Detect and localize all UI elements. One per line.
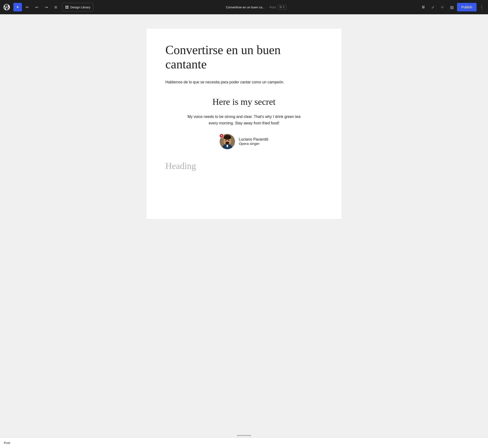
list-icon [54, 5, 57, 10]
scroll-indicator [0, 433, 488, 438]
svg-rect-3 [67, 7, 68, 8]
design-library-label: Design Library [70, 6, 90, 9]
monitor-icon: 🖥 [421, 5, 425, 9]
post-main-heading[interactable]: Convertirse en un buen cantante [165, 43, 323, 72]
pencil-icon [26, 5, 29, 10]
bottombar-post-label: Post [4, 441, 10, 445]
redo-button[interactable] [42, 3, 50, 11]
avatar-remove-button[interactable]: ✕ [219, 133, 224, 138]
secret-section: Here is my secret My voice needs to be s… [165, 96, 323, 149]
more-icon [480, 4, 484, 10]
svg-rect-0 [65, 6, 67, 7]
svg-point-7 [225, 140, 227, 141]
post-info: Convertirse en un buen ca... · Post ⌘ K [94, 5, 418, 9]
undo-button[interactable] [32, 3, 41, 11]
svg-point-6 [224, 135, 231, 140]
design-library-button[interactable]: Design Library [62, 3, 93, 11]
add-block-button[interactable]: + [13, 3, 22, 11]
author-role: Opera singer [239, 142, 268, 146]
post-intro-text[interactable]: Hablemos de lo que se necesita para pode… [165, 79, 323, 85]
expand-button[interactable] [428, 3, 437, 11]
svg-point-8 [228, 140, 230, 141]
post-title-preview: Convertirse en un buen ca... [226, 6, 265, 9]
cursor-tool-button[interactable]: ⊹ [438, 3, 447, 11]
keyboard-symbol: ⌘ [279, 6, 282, 9]
author-info: Luciano Pavarotti Opera singer [239, 137, 268, 146]
cursor-icon: ⊹ [441, 5, 444, 9]
author-avatar-wrap: ✕ [220, 134, 235, 149]
list-view-button[interactable] [51, 3, 60, 11]
secret-heading[interactable]: Here is my secret [165, 96, 323, 107]
redo-icon [45, 5, 48, 10]
editor-canvas: Convertirse en un buen cantante Hablemos… [146, 29, 342, 219]
more-options-button[interactable] [478, 3, 486, 11]
svg-rect-2 [65, 7, 67, 8]
keyboard-key: K [283, 6, 285, 9]
undo-icon [35, 5, 38, 10]
editor-wrapper: Convertirse en un buen cantante Hablemos… [0, 14, 488, 433]
placeholder-heading[interactable]: Heading [165, 161, 323, 171]
svg-rect-1 [67, 6, 68, 7]
pencil-tool-button[interactable] [23, 3, 32, 11]
post-separator: · [267, 6, 268, 9]
topbar: + Design Library Convertirse en un buen … [0, 0, 488, 14]
post-type-label: Post [270, 6, 276, 9]
bottombar: Post [0, 438, 488, 448]
design-library-icon [65, 5, 69, 9]
author-name: Luciano Pavarotti [239, 137, 268, 142]
topbar-right: 🖥 ⊹ Publish [419, 3, 486, 11]
svg-point-11 [226, 142, 229, 143]
sidebar-icon [450, 5, 454, 10]
publish-button[interactable]: Publish [457, 3, 477, 11]
expand-icon [431, 5, 434, 10]
scroll-thumb [237, 435, 251, 436]
monitor-button[interactable]: 🖥 [419, 3, 427, 11]
secret-text[interactable]: My voice needs to be strong and clear. T… [187, 114, 301, 126]
author-block: ✕ Luciano Pavarotti Opera singer [165, 134, 323, 149]
wp-logo[interactable] [2, 2, 11, 12]
keyboard-shortcut: ⌘ K [278, 5, 286, 9]
sidebar-toggle-button[interactable] [448, 3, 456, 11]
